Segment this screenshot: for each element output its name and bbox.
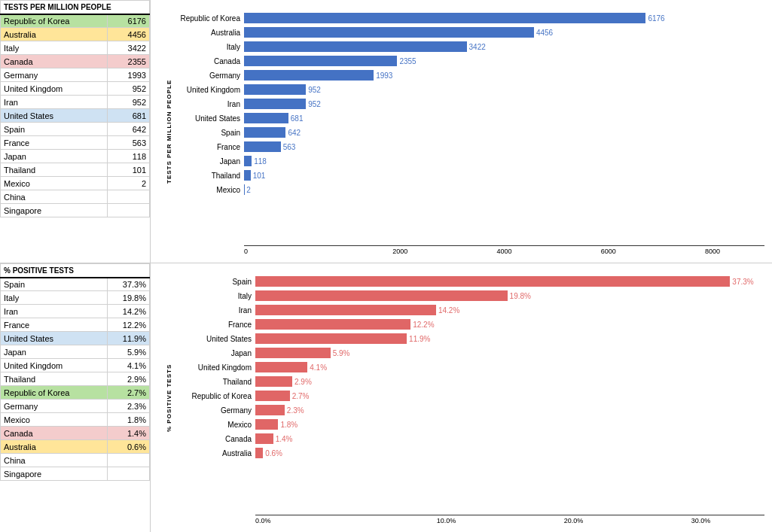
table-row: Thailand2.9%	[1, 372, 150, 386]
main-container: TESTS PER MILLION PEOPLE Republic of Kor…	[0, 0, 772, 532]
table-row: Spain642	[1, 123, 150, 136]
country-cell: Canada	[1, 427, 108, 440]
table-row: Republic of Korea6176	[1, 14, 150, 28]
country-cell: France	[1, 136, 108, 150]
bar-label: Republic of Korea	[172, 392, 255, 400]
value-cell: 642	[108, 123, 150, 136]
bar-value: 4456	[534, 29, 553, 37]
bar-track: 37.3%	[255, 276, 764, 287]
bar-fill	[244, 84, 306, 95]
bar-label: Japan	[172, 349, 255, 357]
table-row: China	[1, 190, 150, 204]
bar-row: Italy 19.8%	[172, 289, 764, 302]
country-cell: China	[1, 454, 108, 467]
bar-label: Spain	[172, 278, 255, 286]
bar-fill	[255, 305, 436, 315]
table-row: Japan5.9%	[1, 345, 150, 359]
table-row: Singapore	[1, 467, 150, 481]
value-cell: 19.8%	[108, 291, 150, 305]
value-cell: 118	[108, 150, 150, 163]
bar-value: 563	[281, 143, 296, 151]
table-row: Spain37.3%	[1, 278, 150, 291]
bar-fill	[255, 448, 263, 458]
bar-row: United Kingdom 4.1%	[172, 360, 764, 374]
top-left-table: TESTS PER MILLION PEOPLE Republic of Kor…	[0, 0, 151, 263]
bar-label: Australia	[172, 29, 244, 37]
value-cell: 4456	[108, 28, 150, 41]
bar-fill	[244, 127, 285, 138]
country-cell: Iran	[1, 305, 108, 318]
bar-fill	[244, 156, 252, 166]
value-cell: 2355	[108, 55, 150, 68]
value-cell: 4.1%	[108, 359, 150, 372]
country-cell: Australia	[1, 440, 108, 454]
x-tick: 8000	[661, 248, 764, 255]
bar-value: 3422	[467, 43, 486, 51]
country-cell: Canada	[1, 55, 108, 68]
bar-value: 952	[306, 100, 321, 108]
bar-label: Mexico	[172, 421, 255, 429]
bar-value: 2.3%	[285, 406, 304, 415]
bar-row: United States 11.9%	[172, 332, 764, 345]
bar-row: France 563	[172, 140, 764, 154]
bar-track: 1993	[244, 70, 764, 81]
table-row: Canada2355	[1, 55, 150, 68]
value-cell: 37.3%	[108, 278, 150, 291]
bar-fill	[244, 13, 645, 23]
bar-row: Germany 2.3%	[172, 403, 764, 417]
bar-fill	[244, 70, 374, 81]
bar-row: Thailand 101	[172, 169, 764, 182]
bar-value: 19.8%	[508, 292, 531, 300]
bar-label: United Kingdom	[172, 363, 255, 372]
bar-value: 12.2%	[410, 321, 434, 329]
bar-value: 4.1%	[307, 363, 327, 372]
bar-row: Canada 2355	[172, 54, 764, 68]
country-cell: Mexico	[1, 413, 108, 427]
country-cell: Thailand	[1, 163, 108, 177]
bottom-table-header: % POSITIVE TESTS	[1, 264, 150, 278]
value-cell: 563	[108, 136, 150, 150]
table-row: Iran952	[1, 96, 150, 109]
bar-value: 37.3%	[730, 278, 753, 286]
country-cell: Spain	[1, 278, 108, 291]
value-cell: 2.3%	[108, 400, 150, 413]
table-row: France563	[1, 136, 150, 150]
bar-fill	[255, 276, 730, 287]
value-cell: 11.9%	[108, 332, 150, 345]
x-tick: 30.0%	[637, 517, 764, 524]
country-cell: Iran	[1, 96, 108, 109]
bar-track: 681	[244, 113, 764, 123]
bar-fill	[255, 290, 508, 301]
bar-label: Canada	[172, 435, 255, 443]
value-cell: 1.8%	[108, 413, 150, 427]
table-row: Republic of Korea2.7%	[1, 386, 150, 400]
bar-value: 0.6%	[263, 449, 282, 458]
table-row: Mexico1.8%	[1, 413, 150, 427]
bar-row: Japan 5.9%	[172, 346, 764, 360]
bar-track: 6176	[244, 13, 764, 23]
table-row: Canada1.4%	[1, 427, 150, 440]
bar-row: Italy 3422	[172, 40, 764, 53]
bar-fill	[255, 391, 290, 401]
bar-label: Italy	[172, 292, 255, 300]
bar-track: 1.8%	[255, 419, 764, 430]
value-cell	[108, 190, 150, 204]
country-cell: Japan	[1, 345, 108, 359]
bar-label: Mexico	[172, 186, 244, 194]
bar-value: 2355	[397, 57, 416, 65]
table-row: Italy19.8%	[1, 291, 150, 305]
bar-value: 2.7%	[290, 392, 310, 400]
bar-track: 19.8%	[255, 290, 764, 301]
bar-row: Canada 1.4%	[172, 432, 764, 445]
bar-fill	[255, 419, 278, 430]
bar-label: United Kingdom	[172, 86, 244, 94]
x-tick: 0.0%	[255, 517, 383, 524]
bar-fill	[255, 376, 292, 387]
country-cell: China	[1, 190, 108, 204]
bar-label: France	[172, 143, 244, 151]
bar-track: 2.9%	[255, 376, 764, 387]
bar-row: United States 681	[172, 111, 764, 125]
bar-track: 563	[244, 141, 764, 152]
bar-fill	[255, 348, 331, 358]
bottom-right-chart: % POSITIVE TESTS Spain 37.3% Italy 19.8%…	[151, 263, 772, 532]
